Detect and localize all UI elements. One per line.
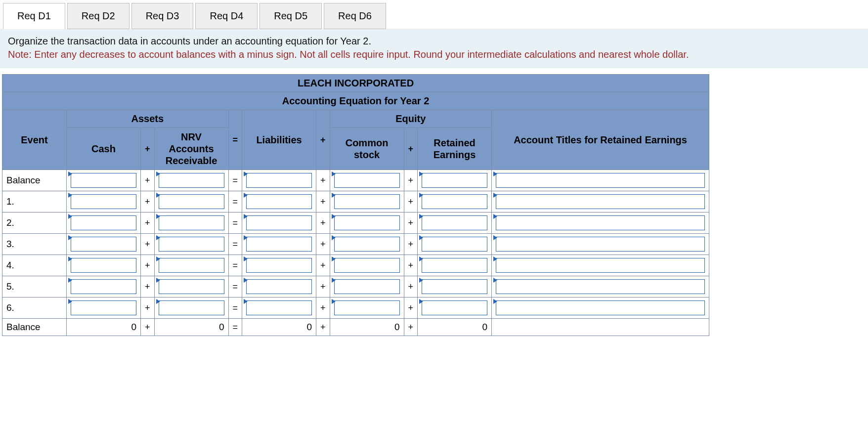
cs-input-5[interactable] bbox=[334, 279, 400, 294]
op-plus: + bbox=[404, 234, 418, 255]
liab-input-4[interactable] bbox=[246, 258, 312, 273]
op-plus: + bbox=[404, 276, 418, 298]
account-title-input-6[interactable] bbox=[496, 300, 705, 315]
re-input-4[interactable] bbox=[422, 258, 487, 273]
tab-req-d3[interactable]: Req D3 bbox=[131, 3, 194, 29]
instructions-text: Organize the transaction data in account… bbox=[8, 35, 860, 48]
op-plus: + bbox=[141, 191, 155, 212]
op-plus: + bbox=[316, 298, 330, 319]
cs-input-6[interactable] bbox=[334, 300, 400, 315]
op-plus: + bbox=[141, 255, 155, 276]
op-equals: = bbox=[228, 276, 242, 298]
cash-input-6[interactable] bbox=[71, 300, 136, 315]
account-title-input-2[interactable] bbox=[496, 215, 705, 230]
account-title-input-4[interactable] bbox=[496, 258, 705, 273]
account-title-input-5[interactable] bbox=[496, 279, 705, 294]
cash-input-4[interactable] bbox=[71, 258, 136, 273]
re-input-3[interactable] bbox=[422, 237, 487, 252]
cash-input-5[interactable] bbox=[71, 279, 136, 294]
op-plus: + bbox=[404, 319, 418, 336]
cash-input-0[interactable] bbox=[71, 173, 136, 188]
cs-input-0[interactable] bbox=[334, 173, 400, 188]
header-account-titles: Account Titles for Retained Earnings bbox=[492, 110, 709, 170]
ar-input-3[interactable] bbox=[159, 237, 224, 252]
liab-input-0[interactable] bbox=[246, 173, 312, 188]
ar-input-5[interactable] bbox=[159, 279, 224, 294]
tab-req-d5[interactable]: Req D5 bbox=[260, 3, 322, 29]
liab-input-2[interactable] bbox=[246, 215, 312, 230]
totals-liab: 0 bbox=[242, 319, 316, 336]
account-title-input-1[interactable] bbox=[496, 194, 705, 209]
section-assets: Assets bbox=[67, 110, 229, 128]
row-label: 2. bbox=[2, 212, 67, 234]
totals-ar: 0 bbox=[154, 319, 228, 336]
re-input-1[interactable] bbox=[422, 194, 487, 209]
op-plus: + bbox=[141, 234, 155, 255]
cs-input-2[interactable] bbox=[334, 215, 400, 230]
ar-input-4[interactable] bbox=[159, 258, 224, 273]
op-plus: + bbox=[404, 191, 418, 212]
op-plus: + bbox=[141, 298, 155, 319]
section-equity: Equity bbox=[330, 110, 492, 128]
op-plus-header-assets: + bbox=[141, 128, 155, 170]
accounting-equation-table: LEACH INCORPORATED Accounting Equation f… bbox=[2, 74, 709, 336]
op-equals: = bbox=[228, 212, 242, 234]
totals-re: 0 bbox=[418, 319, 492, 336]
tab-req-d1[interactable]: Req D1 bbox=[3, 3, 65, 29]
header-common-stock: Common stock bbox=[330, 128, 404, 170]
op-plus: + bbox=[316, 212, 330, 234]
totals-label: Balance bbox=[2, 319, 67, 336]
header-retained-earnings: Retained Earnings bbox=[418, 128, 492, 170]
row-label: 1. bbox=[2, 191, 67, 212]
liab-input-3[interactable] bbox=[246, 237, 312, 252]
ar-input-0[interactable] bbox=[159, 173, 224, 188]
tab-req-d4[interactable]: Req D4 bbox=[195, 3, 258, 29]
cs-input-1[interactable] bbox=[334, 194, 400, 209]
re-input-6[interactable] bbox=[422, 300, 487, 315]
re-input-5[interactable] bbox=[422, 279, 487, 294]
op-equals: = bbox=[228, 255, 242, 276]
liab-input-5[interactable] bbox=[246, 279, 312, 294]
op-plus: + bbox=[316, 276, 330, 298]
cs-input-4[interactable] bbox=[334, 258, 400, 273]
re-input-2[interactable] bbox=[422, 215, 487, 230]
totals-cs: 0 bbox=[330, 319, 404, 336]
cash-input-3[interactable] bbox=[71, 237, 136, 252]
op-equals: = bbox=[228, 191, 242, 212]
row-label: Balance bbox=[2, 170, 67, 191]
op-equals: = bbox=[228, 319, 242, 336]
account-title-input-3[interactable] bbox=[496, 237, 705, 252]
totals-row: Balance 0 + 0 = 0 + 0 + 0 bbox=[2, 319, 709, 336]
op-plus: + bbox=[141, 212, 155, 234]
op-plus: + bbox=[404, 255, 418, 276]
op-plus: + bbox=[316, 170, 330, 191]
instructions-panel: Organize the transaction data in account… bbox=[0, 29, 868, 68]
row-label: 3. bbox=[2, 234, 67, 255]
liab-input-6[interactable] bbox=[246, 300, 312, 315]
account-title-input-0[interactable] bbox=[496, 173, 705, 188]
op-plus: + bbox=[316, 319, 330, 336]
op-plus: + bbox=[141, 276, 155, 298]
cash-input-1[interactable] bbox=[71, 194, 136, 209]
op-plus: + bbox=[316, 234, 330, 255]
ar-input-6[interactable] bbox=[159, 300, 224, 315]
tab-req-d6[interactable]: Req D6 bbox=[324, 3, 386, 29]
row-label: 4. bbox=[2, 255, 67, 276]
op-plus: + bbox=[404, 170, 418, 191]
op-plus: + bbox=[141, 319, 155, 336]
re-input-0[interactable] bbox=[422, 173, 487, 188]
op-equals: = bbox=[228, 298, 242, 319]
op-plus: + bbox=[316, 255, 330, 276]
op-plus: + bbox=[141, 170, 155, 191]
cs-input-3[interactable] bbox=[334, 237, 400, 252]
row-label: 5. bbox=[2, 276, 67, 298]
op-equals-header: = bbox=[228, 110, 242, 170]
cash-input-2[interactable] bbox=[71, 215, 136, 230]
header-liabilities: Liabilities bbox=[242, 110, 316, 170]
header-accounts-receivable: NRV Accounts Receivable bbox=[154, 128, 228, 170]
row-label: 6. bbox=[2, 298, 67, 319]
liab-input-1[interactable] bbox=[246, 194, 312, 209]
ar-input-2[interactable] bbox=[159, 215, 224, 230]
ar-input-1[interactable] bbox=[159, 194, 224, 209]
tab-req-d2[interactable]: Req D2 bbox=[67, 3, 130, 29]
